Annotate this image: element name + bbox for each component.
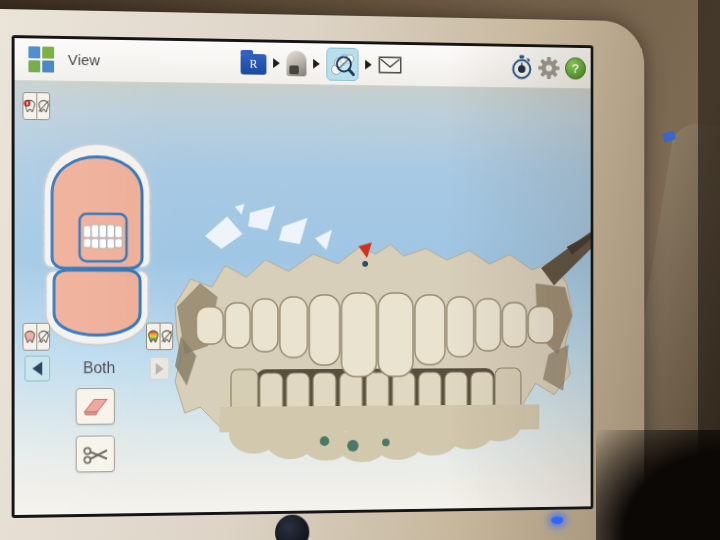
scan-3d-model[interactable] [162,189,591,470]
chevron-right-icon [156,362,164,374]
tooth-outline-icon [161,329,174,343]
jaw-selector-label: Both [64,359,134,377]
occlusal-map[interactable] [38,132,167,353]
chevron-left-icon [32,362,42,376]
lower-arch [54,270,140,337]
step-arrow-icon [365,60,372,70]
tooth-outline-icon [37,330,50,344]
jaw-next-button[interactable] [150,357,169,380]
step-arrow-icon [273,58,280,68]
tooth-hidden-icon [37,99,50,113]
trim-tool-button[interactable] [76,435,115,472]
eraser-icon [82,396,109,417]
help-icon[interactable]: ? [565,57,586,79]
foreground-object [596,430,720,540]
page-title: View [68,51,100,68]
app-screen: View R [12,35,594,518]
help-label: ? [572,61,579,75]
viewport[interactable]: Both [15,80,591,515]
view-review-icon[interactable] [326,47,358,81]
anterior-bite-inset [80,214,127,262]
toolbar: View R [15,38,591,89]
send-envelope-icon[interactable] [378,56,401,74]
tooth-magnifier-glyph [330,51,355,77]
annotations-toggle-button[interactable] [23,92,51,120]
patient-folder-icon[interactable]: R [241,53,267,74]
settings-gear-icon[interactable] [538,56,559,78]
photo-scene: View R [0,0,720,540]
occlusal-clearance-button[interactable] [146,323,173,351]
timer-icon[interactable] [511,54,533,79]
toolbar-right: ? [511,54,586,80]
tooth-badge-icon [23,99,36,113]
step-arrow-icon [313,59,320,69]
power-led [551,516,563,524]
tablet-device: View R [0,8,644,540]
app-logo-icon[interactable] [28,46,54,72]
tooth-pink-icon [23,330,36,344]
workflow-steps: R [241,46,402,82]
jaw-prev-button[interactable] [24,356,50,382]
home-button[interactable] [275,514,309,540]
compare-view-button[interactable] [23,323,51,351]
scissors-icon [82,442,108,466]
lower-gum [219,404,539,463]
scanner-wand-icon[interactable] [286,51,306,77]
patient-folder-label: R [250,58,258,70]
tooth-rainbow-icon [147,329,160,343]
eraser-tool-button[interactable] [76,388,115,425]
